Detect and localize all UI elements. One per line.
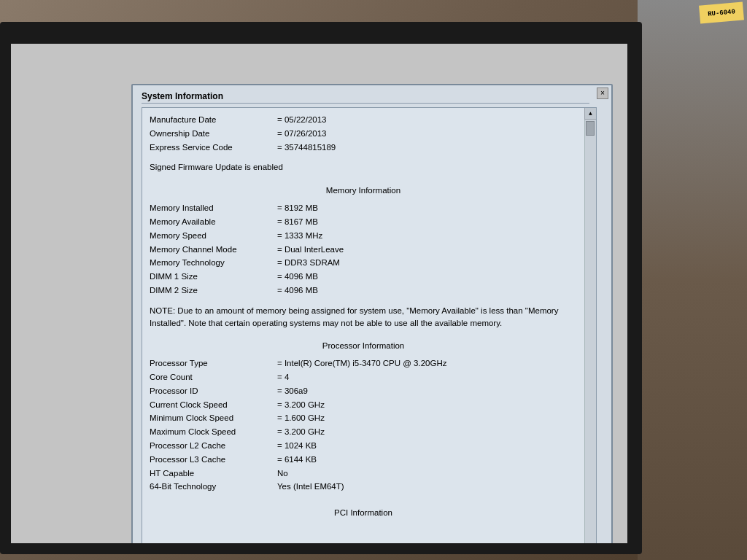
- ownership-date-label: Ownership Date: [150, 128, 277, 141]
- system-information-dialog: System Information × ▲ ▼ Manufacture Dat…: [131, 84, 613, 543]
- sticky-note: RU-6040: [699, 1, 744, 23]
- memory-row: Memory Available= 8167 MB: [150, 216, 577, 229]
- processor-row: Core Count= 4: [150, 371, 577, 384]
- processor-row-label: HT Capable: [150, 467, 277, 481]
- scrollbar-track[interactable]: ▲ ▼: [584, 108, 596, 543]
- processor-row: Current Clock Speed= 3.200 GHz: [150, 399, 577, 412]
- content-area: ▲ ▼ Manufacture Date = 05/22/2013 Owners…: [142, 107, 597, 543]
- memory-row-label: DIMM 2 Size: [150, 284, 277, 298]
- processor-row-value: = 1.600 GHz: [277, 412, 325, 425]
- title-divider: [142, 103, 589, 104]
- processor-row: Processor ID= 306a9: [150, 385, 577, 398]
- processor-row-label: Minimum Clock Speed: [150, 412, 277, 425]
- processor-section-title: Processor Information: [150, 340, 577, 353]
- processor-row-label: 64-Bit Technology: [150, 481, 277, 494]
- memory-row-label: Memory Technology: [150, 257, 277, 270]
- memory-row-value: = DDR3 SDRAM: [277, 257, 340, 270]
- memory-row-value: = 8167 MB: [277, 216, 318, 229]
- processor-row: HT CapableNo: [150, 467, 577, 481]
- monitor-bezel: System Information × ▲ ▼ Manufacture Dat…: [0, 22, 642, 554]
- processor-row-label: Processor L3 Cache: [150, 454, 277, 467]
- processor-row-label: Maximum Clock Speed: [150, 426, 277, 439]
- memory-row: Memory Speed= 1333 MHz: [150, 230, 577, 243]
- memory-note: NOTE: Due to an amount of memory being a…: [150, 305, 577, 330]
- memory-row: DIMM 1 Size= 4096 MB: [150, 271, 577, 284]
- manufacture-date-label: Manufacture Date: [150, 114, 277, 127]
- ownership-date-value: = 07/26/2013: [277, 128, 326, 141]
- processor-row-label: Processor ID: [150, 385, 277, 398]
- ownership-date-row: Ownership Date = 07/26/2013: [150, 128, 577, 141]
- memory-row-label: Memory Installed: [150, 202, 277, 215]
- memory-row-value: = 4096 MB: [277, 284, 318, 298]
- firmware-notice: Signed Firmware Update is enabled: [150, 161, 577, 174]
- express-service-code-label: Express Service Code: [150, 141, 277, 155]
- processor-row-label: Core Count: [150, 371, 277, 384]
- right-background: RU-6040: [638, 0, 747, 560]
- memory-info-rows: Memory Installed= 8192 MBMemory Availabl…: [150, 202, 577, 298]
- memory-row: DIMM 2 Size= 4096 MB: [150, 284, 577, 298]
- text-content: Manufacture Date = 05/22/2013 Ownership …: [142, 108, 584, 530]
- processor-row-value: = 1024 KB: [277, 440, 317, 453]
- scroll-thumb[interactable]: [586, 121, 595, 136]
- processor-row-value: = 306a9: [277, 385, 308, 398]
- processor-info-rows: Processor Type= Intel(R) Core(TM) i5-347…: [150, 357, 577, 494]
- processor-row: Processor Type= Intel(R) Core(TM) i5-347…: [150, 357, 577, 370]
- memory-row: Memory Channel Mode= Dual InterLeave: [150, 244, 577, 257]
- manufacture-date-value: = 05/22/2013: [277, 114, 326, 127]
- express-service-code-row: Express Service Code = 35744815189: [150, 141, 577, 155]
- memory-row-value: = 8192 MB: [277, 202, 318, 215]
- processor-row-value: = 4: [277, 371, 289, 384]
- processor-row-value: No: [277, 467, 288, 481]
- processor-row: Processor L2 Cache= 1024 KB: [150, 440, 577, 453]
- memory-row-value: = Dual InterLeave: [277, 244, 344, 257]
- processor-row-value: = 3.200 GHz: [277, 426, 325, 439]
- dialog-title: System Information: [142, 91, 223, 101]
- memory-row-value: = 4096 MB: [277, 271, 318, 284]
- processor-row: Maximum Clock Speed= 3.200 GHz: [150, 426, 577, 439]
- processor-row: Processor L3 Cache= 6144 KB: [150, 454, 577, 467]
- express-service-code-value: = 35744815189: [277, 141, 336, 155]
- memory-row-value: = 1333 MHz: [277, 230, 322, 243]
- processor-row-label: Processor L2 Cache: [150, 440, 277, 453]
- processor-row: Minimum Clock Speed= 1.600 GHz: [150, 412, 577, 425]
- processor-row-value: = 6144 KB: [277, 454, 317, 467]
- memory-row-label: Memory Speed: [150, 230, 277, 243]
- monitor-screen: System Information × ▲ ▼ Manufacture Dat…: [11, 44, 627, 543]
- scroll-up-arrow[interactable]: ▲: [584, 108, 596, 120]
- processor-row-label: Current Clock Speed: [150, 399, 277, 412]
- memory-section-title: Memory Information: [150, 184, 577, 198]
- manufacture-date-row: Manufacture Date = 05/22/2013: [150, 114, 577, 127]
- processor-row-label: Processor Type: [150, 357, 277, 370]
- close-button[interactable]: ×: [597, 88, 608, 99]
- pci-section-title: PCI Information: [150, 507, 577, 520]
- processor-row-value: = 3.200 GHz: [277, 399, 325, 412]
- memory-row: Memory Technology= DDR3 SDRAM: [150, 257, 577, 270]
- memory-row-label: Memory Channel Mode: [150, 244, 277, 257]
- processor-row-value: Yes (Intel EM64T): [277, 481, 344, 494]
- memory-row: Memory Installed= 8192 MB: [150, 202, 577, 215]
- memory-row-label: Memory Available: [150, 216, 277, 229]
- processor-row-value: = Intel(R) Core(TM) i5-3470 CPU @ 3.20GH…: [277, 357, 446, 370]
- processor-row: 64-Bit TechnologyYes (Intel EM64T): [150, 481, 577, 494]
- memory-row-label: DIMM 1 Size: [150, 271, 277, 284]
